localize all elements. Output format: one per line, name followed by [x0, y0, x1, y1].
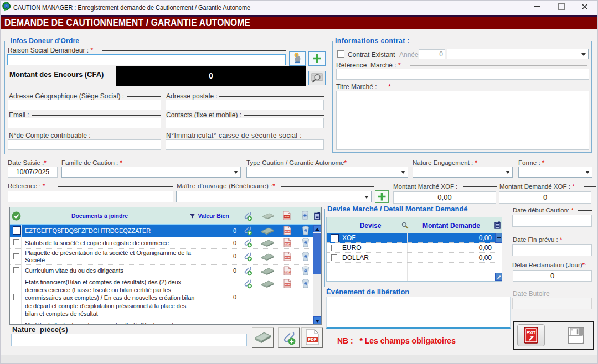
- svg-text:PDF: PDF: [285, 230, 290, 233]
- svg-text:EXIT: EXIT: [527, 330, 536, 335]
- svg-text:PDF: PDF: [308, 337, 317, 342]
- svg-text:PDF: PDF: [285, 215, 290, 218]
- svg-text:PDF: PDF: [285, 283, 290, 286]
- svg-text:PDF: PDF: [285, 256, 290, 259]
- svg-text:PDF: PDF: [285, 242, 290, 245]
- svg-text:PDF: PDF: [285, 271, 290, 273]
